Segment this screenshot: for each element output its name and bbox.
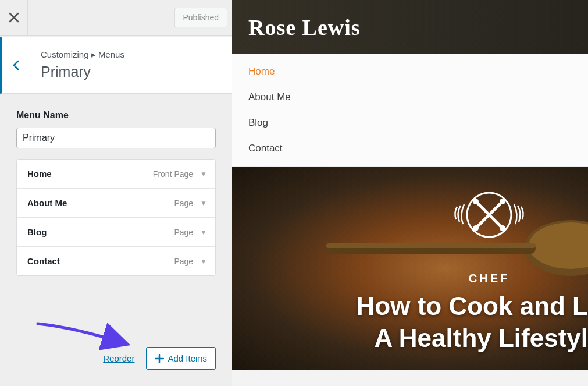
menu-name-label: Menu Name <box>16 110 216 121</box>
svg-point-8 <box>500 199 505 204</box>
hero-section: CHEF How to Cook and L A Healthy Lifesty… <box>232 167 588 370</box>
svg-point-7 <box>473 199 479 204</box>
svg-point-10 <box>500 225 505 231</box>
preview-nav: Home About Me Blog Contact <box>232 54 588 167</box>
menu-item-row[interactable]: Home Front Page ▼ <box>17 160 215 189</box>
menu-item-title: About Me <box>27 198 67 208</box>
site-preview: Rose Lewis Home About Me Blog Contact <box>232 0 588 386</box>
back-button[interactable] <box>2 37 30 93</box>
breadcrumb-current: Menus <box>98 49 124 59</box>
add-items-label: Add Items <box>168 353 207 363</box>
publish-button[interactable]: Published <box>174 8 228 27</box>
close-button[interactable] <box>0 0 28 36</box>
plus-icon <box>155 354 164 363</box>
site-logo: Rose Lewis <box>248 16 361 38</box>
hero-headline: How to Cook and L A Healthy Lifestyl <box>357 290 588 354</box>
chevron-down-icon: ▼ <box>200 199 207 207</box>
menu-name-input[interactable] <box>16 128 216 148</box>
nav-link-blog[interactable]: Blog <box>248 110 572 136</box>
customizer-sidebar: Published Customizing ▸ Menus Primary Me… <box>0 0 232 386</box>
menu-item-title: Blog <box>27 227 47 237</box>
breadcrumb: Customizing ▸ Menus <box>41 49 124 60</box>
breadcrumb-separator: ▸ <box>91 49 98 59</box>
headline-line-1: How to Cook and L <box>357 290 588 322</box>
headline-line-2: A Healthy Lifestyl <box>357 322 588 354</box>
menu-item-title: Contact <box>27 256 60 266</box>
bottom-actions: Reorder Add Items <box>0 334 232 386</box>
menu-item-row[interactable]: Contact Page ▼ <box>17 247 215 275</box>
chevron-left-icon <box>12 59 20 71</box>
nav-link-about[interactable]: About Me <box>248 84 572 110</box>
reorder-link[interactable]: Reorder <box>103 353 134 363</box>
menu-item-row[interactable]: Blog Page ▼ <box>17 218 215 247</box>
customizer-top-bar: Published <box>0 0 232 36</box>
breadcrumb-root: Customizing <box>41 49 89 59</box>
menu-item-title: Home <box>27 169 52 179</box>
chevron-down-icon: ▼ <box>200 257 207 265</box>
badge-text: CHEF <box>469 272 509 285</box>
menu-items-list: Home Front Page ▼ About Me Page ▼ Blog P… <box>16 159 216 276</box>
chevron-down-icon: ▼ <box>200 170 207 178</box>
menu-item-type: Front Page <box>153 169 193 179</box>
section-titles: Customizing ▸ Menus Primary <box>30 41 135 88</box>
section-title: Primary <box>41 63 124 80</box>
chevron-down-icon: ▼ <box>200 228 207 236</box>
menu-item-row[interactable]: About Me Page ▼ <box>17 189 215 218</box>
nav-link-home[interactable]: Home <box>248 59 572 84</box>
add-items-button[interactable]: Add Items <box>146 347 216 370</box>
chef-badge-icon <box>446 179 533 266</box>
section-header: Customizing ▸ Menus Primary <box>0 37 232 94</box>
chef-badge: CHEF <box>431 173 547 290</box>
panel-body: Menu Name Home Front Page ▼ About Me Pag… <box>0 94 232 334</box>
close-icon <box>9 12 19 23</box>
menu-item-type: Page <box>174 257 193 266</box>
svg-point-9 <box>473 225 479 231</box>
menu-item-type: Page <box>174 199 193 208</box>
preview-header: Rose Lewis <box>232 0 588 54</box>
nav-link-contact[interactable]: Contact <box>248 136 572 161</box>
menu-item-type: Page <box>174 228 193 237</box>
